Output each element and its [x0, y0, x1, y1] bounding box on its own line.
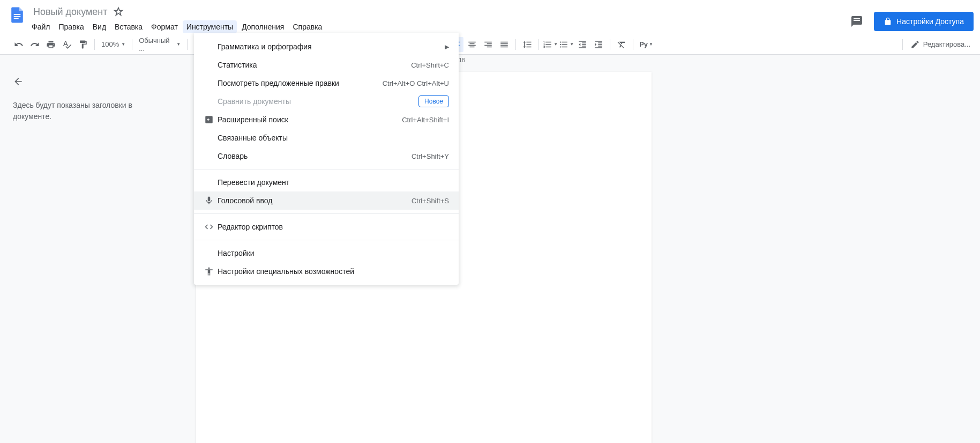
menu-item-voice-typing[interactable]: Голосовой ввод Ctrl+Shift+S	[194, 191, 459, 210]
header-actions: Настройки Доступа	[846, 4, 974, 32]
star-icon[interactable]	[113, 6, 124, 17]
menu-item-script-editor[interactable]: Редактор скриптов	[194, 218, 459, 236]
menu-item-spelling[interactable]: Грамматика и орфография ▶	[194, 38, 459, 56]
new-badge: Новое	[418, 95, 449, 107]
increase-indent-button[interactable]	[591, 37, 606, 52]
accessibility-icon	[203, 267, 215, 276]
editing-mode-button[interactable]: Редактирова...	[906, 38, 975, 51]
menu-format[interactable]: Формат	[147, 20, 182, 33]
bulleted-list-button[interactable]: ▼	[559, 37, 574, 52]
svg-rect-2	[14, 18, 19, 19]
submenu-arrow-icon: ▶	[445, 43, 449, 50]
title-area: Новый документ Файл Правка Вид Вставка Ф…	[30, 4, 846, 33]
outline-panel: Здесь будут показаны заголовки в докумен…	[0, 65, 155, 443]
menu-divider	[194, 169, 459, 169]
explore-icon	[203, 115, 215, 124]
menu-addons[interactable]: Дополнения	[238, 20, 288, 33]
toolbar-separator	[610, 39, 610, 50]
menu-item-explore[interactable]: Расширенный поиск Ctrl+Alt+Shift+I	[194, 110, 459, 129]
dropdown-arrow-icon: ▼	[176, 42, 181, 47]
menu-divider	[194, 240, 459, 240]
menu-item-preferences[interactable]: Настройки	[194, 244, 459, 262]
clear-formatting-button[interactable]	[614, 37, 629, 52]
toolbar-separator	[187, 39, 188, 50]
pencil-icon	[910, 40, 920, 49]
menu-divider	[194, 213, 459, 214]
menu-view[interactable]: Вид	[89, 20, 110, 33]
spellcheck-button[interactable]	[59, 37, 74, 52]
toolbar-separator	[94, 39, 95, 50]
align-justify-button[interactable]	[497, 37, 512, 52]
outline-back-button[interactable]	[13, 76, 143, 87]
dropdown-arrow-icon: ▼	[121, 42, 125, 47]
app-header: Новый документ Файл Правка Вид Вставка Ф…	[0, 0, 980, 34]
toolbar-separator	[515, 39, 516, 50]
toolbar-separator	[132, 39, 132, 50]
comments-button[interactable]	[846, 11, 867, 32]
menu-file[interactable]: Файл	[28, 20, 54, 33]
menu-item-dictionary[interactable]: Словарь Ctrl+Shift+Y	[194, 147, 459, 165]
ruler[interactable]: 9 10 11 12 13 14 15 ▼16 17 18	[0, 55, 980, 65]
menu-item-review-edits[interactable]: Посмотреть предложенные правки Ctrl+Alt+…	[194, 74, 459, 92]
document-title[interactable]: Новый документ	[30, 5, 111, 19]
menu-item-accessibility[interactable]: Настройки специальных возможностей	[194, 262, 459, 280]
tools-dropdown-menu: Грамматика и орфография ▶ Статистика Ctr…	[194, 33, 459, 285]
print-button[interactable]	[43, 37, 58, 52]
align-right-button[interactable]	[481, 37, 496, 52]
menu-item-linked-objects[interactable]: Связанные объекты	[194, 129, 459, 147]
zoom-select[interactable]: 100% ▼	[98, 38, 129, 50]
docs-logo[interactable]	[6, 4, 28, 26]
menu-tools[interactable]: Инструменты	[183, 20, 237, 33]
toolbar-separator	[538, 39, 539, 50]
paragraph-style-select[interactable]: Обычный ... ▼	[136, 34, 184, 55]
share-label: Настройки Доступа	[896, 17, 964, 26]
undo-button[interactable]	[11, 37, 26, 52]
share-button[interactable]: Настройки Доступа	[874, 12, 974, 31]
menu-insert[interactable]: Вставка	[111, 20, 146, 33]
decrease-indent-button[interactable]	[575, 37, 590, 52]
align-center-button[interactable]	[465, 37, 480, 52]
numbered-list-button[interactable]: ▼	[543, 37, 558, 52]
content-area: Здесь будут показаны заголовки в докумен…	[0, 65, 980, 443]
svg-rect-0	[14, 14, 21, 15]
toolbar: 100% ▼ Обычный ... ▼ ▼ ▼ Ру ▼ Редактиров…	[0, 34, 980, 55]
menu-help[interactable]: Справка	[289, 20, 326, 33]
script-icon	[203, 222, 215, 232]
menu-item-compare: Сравнить документы Новое	[194, 92, 459, 110]
line-spacing-button[interactable]	[520, 37, 535, 52]
input-tools-button[interactable]: Ру ▼	[637, 37, 655, 52]
menubar: Файл Правка Вид Вставка Формат Инструмен…	[28, 20, 846, 33]
lock-icon	[884, 17, 892, 26]
toolbar-separator	[902, 39, 903, 50]
paint-format-button[interactable]	[76, 37, 91, 52]
outline-placeholder: Здесь будут показаны заголовки в докумен…	[13, 100, 143, 122]
microphone-icon	[203, 196, 215, 205]
menu-edit[interactable]: Правка	[55, 20, 87, 33]
svg-rect-1	[14, 16, 21, 17]
menu-item-wordcount[interactable]: Статистика Ctrl+Shift+C	[194, 56, 459, 74]
menu-item-translate[interactable]: Перевести документ	[194, 173, 459, 191]
toolbar-separator	[633, 39, 633, 50]
redo-button[interactable]	[27, 37, 42, 52]
